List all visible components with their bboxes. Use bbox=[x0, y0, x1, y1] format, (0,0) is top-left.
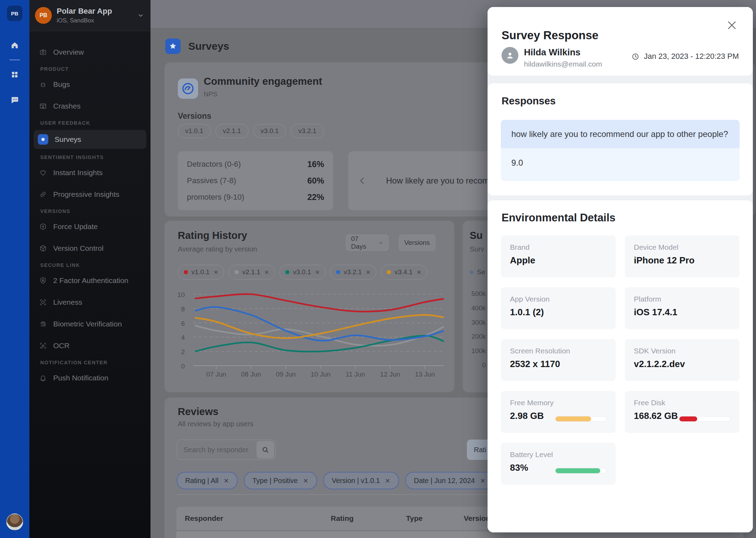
nps-breakdown: Detractors (0-6)16%Passives (7-8)60%prom… bbox=[178, 151, 333, 210]
sidebar-item-label: Instant Insights bbox=[53, 168, 103, 177]
remove-icon[interactable] bbox=[480, 478, 486, 484]
sidebar-item-liveness[interactable]: Liveness bbox=[34, 294, 146, 311]
sidebar-item-surveys[interactable]: Surveys bbox=[34, 130, 146, 149]
legend-chip-v1.0.1[interactable]: v1.0.1× bbox=[178, 265, 224, 280]
workspace-logo[interactable]: PB bbox=[7, 6, 22, 21]
filter-label: Version | v1.0.1 bbox=[332, 477, 380, 485]
bug-icon bbox=[39, 81, 47, 88]
legend-chip-v3.0.1[interactable]: v3.0.1× bbox=[279, 265, 326, 280]
summary-y-tick-label: 300k bbox=[463, 319, 486, 326]
remove-icon[interactable] bbox=[303, 478, 309, 484]
remove-icon[interactable]: × bbox=[366, 268, 370, 276]
remove-icon[interactable] bbox=[385, 478, 391, 484]
env-label: App Version bbox=[510, 295, 607, 303]
chart-legend: v1.0.1×v2.1.1×v3.0.1×v3.2.1×v3.4.1× bbox=[178, 265, 427, 280]
filter-chip[interactable]: Date | Jun 12, 2024 bbox=[405, 472, 494, 489]
search-input[interactable] bbox=[177, 446, 257, 454]
legend-dot bbox=[234, 270, 239, 274]
sidebar-section-label: NOTIFICATION CENTER bbox=[40, 360, 150, 365]
env-tile-sdk-version: SDK Versionv2.1.2.2.dev bbox=[625, 339, 740, 381]
environment-grid: BrandAppleDevice ModeliPhone 12 ProApp V… bbox=[501, 235, 740, 485]
summary-y-tick-label: 500k bbox=[463, 290, 486, 297]
sidebar-nav: OverviewPRODUCTBugsCrashesUSER FEEDBACKS… bbox=[29, 31, 150, 386]
gauge-icon bbox=[178, 78, 198, 99]
sidebar-item-biometric-verification[interactable]: Biometric Verification bbox=[34, 316, 146, 332]
modal-header-card: Survey Response Hilda Wilkins hildawilki… bbox=[488, 7, 753, 76]
env-label: Free Memory bbox=[510, 399, 555, 407]
sidebar-item-progressive-insights[interactable]: Progressive Insights bbox=[34, 186, 146, 203]
filter-chip[interactable]: Version | v1.0.1 bbox=[323, 472, 399, 489]
env-tile-screen-resolution: Screen Resolution2532 x 1170 bbox=[501, 339, 616, 381]
env-tile-battery-level: Battery Level83% bbox=[501, 443, 616, 485]
y-tick-label: 4 bbox=[164, 334, 185, 342]
env-label: Screen Resolution bbox=[510, 347, 607, 355]
env-tile-platform: PlatformiOS 17.4.1 bbox=[625, 287, 740, 329]
x-tick-label: 11 Jun bbox=[340, 371, 371, 378]
filter-label: Rating | All bbox=[185, 477, 218, 485]
question-text: how likely are you to recommend our app … bbox=[501, 120, 740, 148]
chevron-down-icon bbox=[137, 12, 144, 19]
legend-dot bbox=[387, 270, 391, 274]
env-value: iOS 17.4.1 bbox=[634, 307, 730, 318]
chat-icon[interactable] bbox=[9, 95, 20, 105]
column-header-responder: Responder bbox=[185, 514, 331, 523]
app-rail: PB bbox=[0, 0, 29, 538]
sidebar-item-ocr[interactable]: OCR bbox=[34, 337, 146, 354]
nps-value: 22% bbox=[307, 192, 324, 202]
remove-icon[interactable]: × bbox=[417, 268, 421, 276]
range-dropdown[interactable]: 07 Days bbox=[346, 235, 388, 251]
legend-chip-v3.2.1[interactable]: v3.2.1× bbox=[330, 265, 376, 280]
x-tick-label: 09 Jun bbox=[270, 371, 302, 378]
face-scan-icon bbox=[39, 298, 47, 306]
version-tag: v1.0.1 bbox=[178, 124, 211, 138]
remove-icon[interactable] bbox=[223, 478, 229, 484]
chevron-down-icon bbox=[378, 240, 383, 246]
filter-chip[interactable]: Rating | All bbox=[177, 472, 238, 489]
bell-icon bbox=[39, 374, 47, 382]
env-tile-device-model: Device ModeliPhone 12 Pro bbox=[625, 235, 740, 277]
close-icon[interactable] bbox=[725, 18, 739, 32]
app-avatar: PB bbox=[35, 7, 52, 24]
remove-icon[interactable]: × bbox=[265, 268, 269, 276]
environmental-details-card: Environmental Details BrandAppleDevice M… bbox=[488, 200, 753, 532]
filter-chip[interactable]: Type | Positive bbox=[244, 472, 317, 489]
fingerprint-icon bbox=[39, 320, 47, 328]
dashboard-grid-icon[interactable] bbox=[9, 69, 20, 80]
sidebar-item-push-notification[interactable]: Push Notification bbox=[34, 370, 146, 386]
answer-value: 9.0 bbox=[501, 148, 740, 181]
home-icon[interactable] bbox=[9, 40, 20, 50]
user-avatar[interactable] bbox=[6, 513, 23, 530]
rating-history-title: Rating History bbox=[178, 230, 247, 241]
env-value: 2532 x 1170 bbox=[510, 359, 607, 370]
app-switcher[interactable]: PB Polar Bear App iOS, SandBox bbox=[29, 0, 150, 31]
sidebar-section-label: SENTIMENT INSIGHTS bbox=[40, 154, 150, 160]
sidebar-item-force-update[interactable]: Force Update bbox=[34, 218, 146, 235]
sidebar-item-instant-insights[interactable]: Instant Insights bbox=[34, 164, 146, 181]
carousel-question: How likely are you to recom bbox=[386, 176, 489, 186]
sidebar-item-version-control[interactable]: Version Control bbox=[34, 240, 146, 257]
chevron-left-icon[interactable] bbox=[357, 176, 367, 186]
surveys-page-icon bbox=[165, 39, 181, 54]
remove-icon[interactable]: × bbox=[214, 268, 218, 276]
remove-icon[interactable]: × bbox=[315, 268, 320, 276]
sidebar-item-label: 2 Factor Authentication bbox=[53, 276, 128, 285]
summary-title: Su bbox=[470, 230, 483, 241]
response-timestamp: Jan 23, 2023 - 12:20:23 PM bbox=[631, 52, 739, 61]
page-title: Surveys bbox=[188, 40, 229, 52]
legend-dot bbox=[184, 270, 188, 274]
sidebar-item-bugs[interactable]: Bugs bbox=[34, 76, 146, 93]
sidebar-item-overview[interactable]: Overview bbox=[34, 44, 146, 61]
version-tags: v1.0.1v2.1.1v3.0.1v3.2.1 bbox=[178, 124, 324, 138]
nps-breakdown-row: Detractors (0-6)16% bbox=[187, 159, 324, 169]
legend-label: v2.1.1 bbox=[242, 268, 260, 276]
sidebar-item-label: Liveness bbox=[53, 298, 82, 306]
legend-chip-v3.4.1[interactable]: v3.4.1× bbox=[381, 265, 427, 280]
sidebar-item-crashes[interactable]: Crashes bbox=[34, 98, 146, 115]
active-filters: Rating | AllType | PositiveVersion | v1.… bbox=[177, 472, 494, 489]
link-icon bbox=[39, 191, 47, 198]
search-button[interactable] bbox=[257, 441, 274, 458]
versions-dropdown[interactable]: Versions bbox=[399, 235, 435, 251]
star-icon bbox=[38, 134, 48, 145]
sidebar-item-2-factor-authentication[interactable]: 2 Factor Authentication bbox=[34, 272, 146, 289]
legend-chip-v2.1.1[interactable]: v2.1.1× bbox=[229, 265, 275, 280]
